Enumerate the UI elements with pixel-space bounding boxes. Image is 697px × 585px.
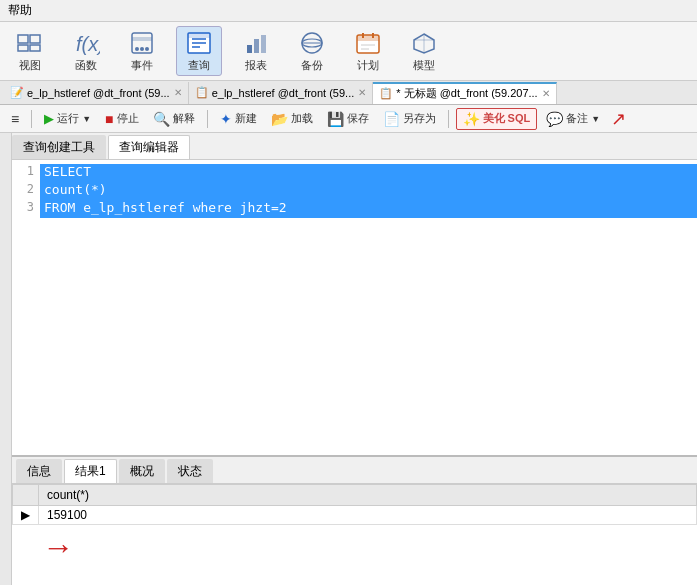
explain-icon: 🔍	[153, 111, 170, 127]
bottom-tabs: 信息 结果1 概况 状态	[12, 457, 697, 484]
beautify-icon: ✨	[463, 111, 480, 127]
save-label: 保存	[347, 111, 369, 126]
save-btn[interactable]: 💾 保存	[322, 109, 374, 129]
bottom-tab-result1[interactable]: 结果1	[64, 459, 117, 483]
results-area: count(*) ▶ 159100 →	[12, 484, 697, 570]
comment-btn[interactable]: 💬 备注 ▼	[541, 109, 605, 129]
separator-3	[448, 110, 449, 128]
file-tab-3[interactable]: 📋 * 无标题 @dt_front (59.207... ✕	[373, 82, 556, 104]
beautify-label: 美化 SQL	[483, 111, 531, 126]
load-btn[interactable]: 📂 加载	[266, 109, 318, 129]
sub-tab-create-label: 查询创建工具	[23, 140, 95, 154]
tab1-close[interactable]: ✕	[174, 87, 182, 98]
view-icon	[14, 29, 46, 57]
line-num-3: 3	[12, 200, 40, 218]
stop-btn[interactable]: ■ 停止	[100, 109, 143, 129]
line-num-1: 1	[12, 164, 40, 182]
bottom-tab-status[interactable]: 状态	[167, 459, 213, 483]
toolbar-icons: 视图 f(x) 函数 事件 查询 报表 备份 计划	[0, 22, 697, 81]
toolbar-backup[interactable]: 备份	[290, 27, 334, 75]
stop-icon: ■	[105, 111, 113, 127]
menu-bar: 帮助	[0, 0, 697, 22]
tab3-label: * 无标题 @dt_front (59.207...	[396, 86, 537, 101]
tab3-close[interactable]: ✕	[542, 88, 550, 99]
load-icon: 📂	[271, 111, 288, 127]
editor-pane: 查询创建工具 查询编辑器 1 SELECT 2 count(*) 3 FROM …	[12, 133, 697, 585]
report-icon	[240, 29, 272, 57]
svg-rect-15	[247, 45, 252, 53]
table-row: ▶ 159100	[13, 506, 697, 525]
bottom-tab-info-label: 信息	[27, 464, 51, 478]
tab2-close[interactable]: ✕	[358, 87, 366, 98]
bottom-panel: 信息 结果1 概况 状态 count(*)	[12, 455, 697, 585]
run-arrow-icon: ▶	[44, 111, 54, 126]
save-icon: 💾	[327, 111, 344, 127]
backup-icon	[296, 29, 328, 57]
toolbar-model[interactable]: 模型	[402, 27, 446, 75]
saveas-btn[interactable]: 📄 另存为	[378, 109, 441, 129]
tab1-icon: 📝	[10, 86, 24, 99]
svg-point-9	[145, 47, 149, 51]
sub-tab-editor-label: 查询编辑器	[119, 140, 179, 154]
svg-rect-6	[132, 37, 152, 41]
query-label: 查询	[188, 58, 210, 73]
sub-tab-create[interactable]: 查询创建工具	[12, 135, 106, 159]
run-dropdown-icon[interactable]: ▼	[82, 114, 91, 124]
view-label: 视图	[19, 58, 41, 73]
action-toolbar: ≡ ▶ 运行 ▼ ■ 停止 🔍 解释 ✦ 新建 📂 加载 💾 保存 📄 另存为 …	[0, 105, 697, 133]
red-arrow-icon: →	[42, 529, 74, 566]
toolbar-view[interactable]: 视图	[8, 27, 52, 75]
toolbar-func[interactable]: f(x) 函数	[64, 27, 108, 75]
toolbar-report[interactable]: 报表	[234, 27, 278, 75]
bottom-tab-overview[interactable]: 概况	[119, 459, 165, 483]
report-label: 报表	[245, 58, 267, 73]
beautify-btn[interactable]: ✨ 美化 SQL	[456, 108, 538, 130]
row-value: 159100	[39, 506, 697, 525]
plan-label: 计划	[357, 58, 379, 73]
explain-btn[interactable]: 🔍 解释	[148, 109, 200, 129]
toolbar-plan[interactable]: 计划	[346, 27, 390, 75]
load-label: 加载	[291, 111, 313, 126]
results-table: count(*) ▶ 159100	[12, 484, 697, 525]
plan-icon	[352, 29, 384, 57]
model-label: 模型	[413, 58, 435, 73]
bottom-tab-info[interactable]: 信息	[16, 459, 62, 483]
menu-toggle-icon: ≡	[11, 111, 19, 127]
code-line-3: 3 FROM e_lp_hstleref where jhzt=2	[12, 200, 697, 218]
line-content-1: SELECT	[40, 164, 697, 182]
row-indicator: ▶	[13, 506, 39, 525]
menu-help[interactable]: 帮助	[8, 3, 32, 17]
left-gutter	[0, 133, 12, 585]
menu-toggle-btn[interactable]: ≡	[6, 109, 24, 129]
results-row-header	[13, 485, 39, 506]
file-tab-2[interactable]: 📋 e_lp_hstleref @dt_front (59... ✕	[189, 82, 374, 104]
comment-dropdown-icon[interactable]: ▼	[591, 114, 600, 124]
tab1-label: e_lp_hstleref @dt_front (59...	[27, 87, 170, 99]
new-icon: ✦	[220, 111, 232, 127]
svg-rect-1	[30, 35, 40, 43]
run-label: 运行	[57, 111, 79, 126]
sub-tab-editor[interactable]: 查询编辑器	[108, 135, 190, 159]
event-icon	[126, 29, 158, 57]
file-tab-1[interactable]: 📝 e_lp_hstleref @dt_front (59... ✕	[4, 82, 189, 104]
content-area: 查询创建工具 查询编辑器 1 SELECT 2 count(*) 3 FROM …	[0, 133, 697, 585]
toolbar-event[interactable]: 事件	[120, 27, 164, 75]
line-content-3: FROM e_lp_hstleref where jhzt=2	[40, 200, 697, 218]
backup-label: 备份	[301, 58, 323, 73]
line-num-2: 2	[12, 182, 40, 200]
svg-rect-0	[18, 35, 28, 43]
svg-point-8	[140, 47, 144, 51]
event-label: 事件	[131, 58, 153, 73]
tab2-icon: 📋	[195, 86, 209, 99]
new-btn[interactable]: ✦ 新建	[215, 109, 262, 129]
red-arrow-indicator: ↗	[611, 108, 626, 130]
svg-text:f(x): f(x)	[76, 33, 100, 55]
comment-icon: 💬	[546, 111, 563, 127]
line-content-2: count(*)	[40, 182, 697, 200]
svg-point-7	[135, 47, 139, 51]
toolbar-query[interactable]: 查询	[176, 26, 222, 76]
run-btn[interactable]: ▶ 运行 ▼	[39, 109, 96, 128]
explain-label: 解释	[173, 111, 195, 126]
tab2-label: e_lp_hstleref @dt_front (59...	[212, 87, 355, 99]
sub-tabs: 查询创建工具 查询编辑器	[12, 133, 697, 160]
